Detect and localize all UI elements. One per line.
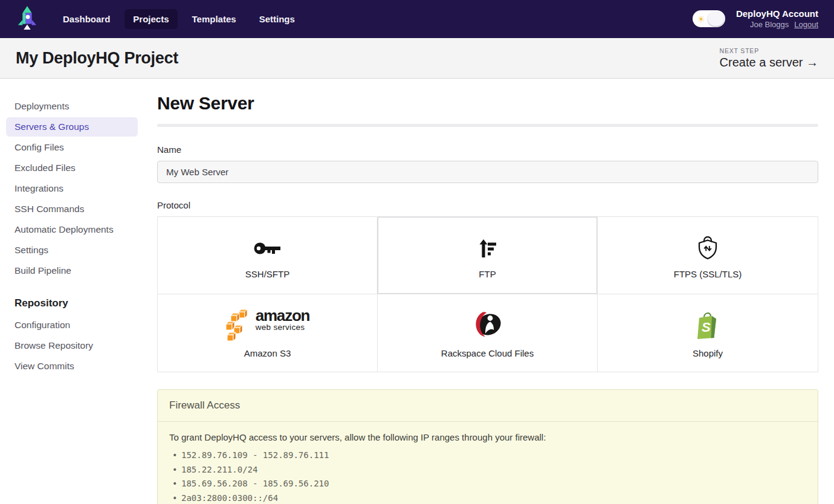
theme-toggle[interactable]: ☀ <box>693 10 725 27</box>
sidebar-item-browse-repository[interactable]: Browse Repository <box>6 336 138 355</box>
server-name-input[interactable] <box>157 161 818 183</box>
svg-text:S: S <box>702 320 711 335</box>
aws-logo-amazon-text: amazon <box>256 309 310 322</box>
rackspace-logo <box>473 310 503 343</box>
protocol-label: Rackspace Cloud Files <box>441 348 534 358</box>
nav-item-dashboard[interactable]: Dashboard <box>54 9 118 29</box>
sidebar-item-configuration[interactable]: Configuration <box>6 315 138 335</box>
protocol-option-ssh-sftp[interactable]: SSH/SFTP <box>158 217 378 294</box>
aws-logo-webservices-text: web services <box>256 324 310 331</box>
key-icon <box>254 231 282 265</box>
firewall-panel-title: Firewall Access <box>158 390 818 422</box>
protocol-label: Amazon S3 <box>244 348 291 358</box>
project-header: My DeployHQ Project NEXT STEP Create a s… <box>0 38 834 79</box>
protocol-option-amazon-s3[interactable]: amazon web services Amazon S3 <box>158 294 378 372</box>
sidebar-item-ssh-commands[interactable]: SSH Commands <box>6 199 138 219</box>
next-step-block: NEXT STEP Create a server → <box>720 47 818 69</box>
protocol-label: Shopify <box>693 348 723 358</box>
protocol-field-label: Protocol <box>157 200 818 210</box>
sidebar-item-automatic-deployments[interactable]: Automatic Deployments <box>6 220 138 239</box>
rocket-icon <box>16 4 39 34</box>
protocol-label: FTP <box>479 269 496 279</box>
sidebar-item-deployments[interactable]: Deployments <box>6 97 138 116</box>
ip-range-item: 152.89.76.109 - 152.89.76.111 <box>169 448 806 463</box>
ftp-upload-icon <box>479 231 497 265</box>
sidebar-item-view-commits[interactable]: View Commits <box>6 357 138 376</box>
firewall-ip-list: 152.89.76.109 - 152.89.76.111 185.22.211… <box>169 448 806 504</box>
sidebar-item-servers-groups[interactable]: Servers & Groups <box>6 117 138 137</box>
repository-heading: Repository <box>15 297 147 309</box>
ip-range-item: 2a03:2800:0300::/64 <box>169 491 806 504</box>
project-sidebar: Deployments Servers & Groups Config File… <box>0 79 147 504</box>
account-info: DeployHQ Account Joe BloggsLogout <box>736 8 818 30</box>
logout-link[interactable]: Logout <box>794 20 818 29</box>
shield-lock-icon <box>697 231 719 265</box>
primary-nav: Dashboard Projects Templates Settings <box>54 9 303 29</box>
project-title: My DeployHQ Project <box>16 49 178 68</box>
account-title: DeployHQ Account <box>736 8 818 20</box>
protocol-option-shopify[interactable]: S Shopify <box>598 294 818 372</box>
sidebar-item-settings[interactable]: Settings <box>6 241 138 260</box>
page-title: New Server <box>157 93 818 114</box>
main-content: New Server Name Protocol SSH/SFTP <box>147 79 834 504</box>
name-field-label: Name <box>157 144 818 155</box>
sun-icon: ☀ <box>694 12 708 25</box>
protocol-option-ftp[interactable]: FTP <box>378 217 598 294</box>
protocol-grid: SSH/SFTP FTP <box>157 216 818 372</box>
toggle-knob <box>708 11 724 26</box>
top-navbar: Dashboard Projects Templates Settings ☀ … <box>0 0 834 38</box>
firewall-description: To grant DeployHQ access to your servers… <box>169 432 806 442</box>
deployhq-logo[interactable] <box>16 5 40 33</box>
aws-logo: amazon web services <box>225 309 310 343</box>
next-step-label: NEXT STEP <box>720 47 818 54</box>
nav-item-projects[interactable]: Projects <box>124 9 177 29</box>
protocol-label: FTPS (SSL/TLS) <box>674 269 742 279</box>
sidebar-item-config-files[interactable]: Config Files <box>6 138 138 157</box>
account-username: Joe Bloggs <box>750 20 789 29</box>
protocol-option-rackspace[interactable]: Rackspace Cloud Files <box>378 294 598 372</box>
sidebar-item-excluded-files[interactable]: Excluded Files <box>6 158 138 178</box>
title-divider <box>157 124 818 127</box>
firewall-access-panel: Firewall Access To grant DeployHQ access… <box>157 389 818 504</box>
create-server-link[interactable]: Create a server → <box>720 56 818 69</box>
protocol-label: SSH/SFTP <box>245 269 289 279</box>
nav-item-settings[interactable]: Settings <box>251 9 303 29</box>
ip-range-item: 185.69.56.208 - 185.69.56.210 <box>169 477 806 491</box>
shopify-logo: S <box>695 310 720 343</box>
nav-item-templates[interactable]: Templates <box>184 9 245 29</box>
sidebar-item-integrations[interactable]: Integrations <box>6 179 138 198</box>
sidebar-item-build-pipeline[interactable]: Build Pipeline <box>6 261 138 280</box>
ip-range-item: 185.22.211.0/24 <box>169 463 806 477</box>
protocol-option-ftps[interactable]: FTPS (SSL/TLS) <box>598 217 818 294</box>
